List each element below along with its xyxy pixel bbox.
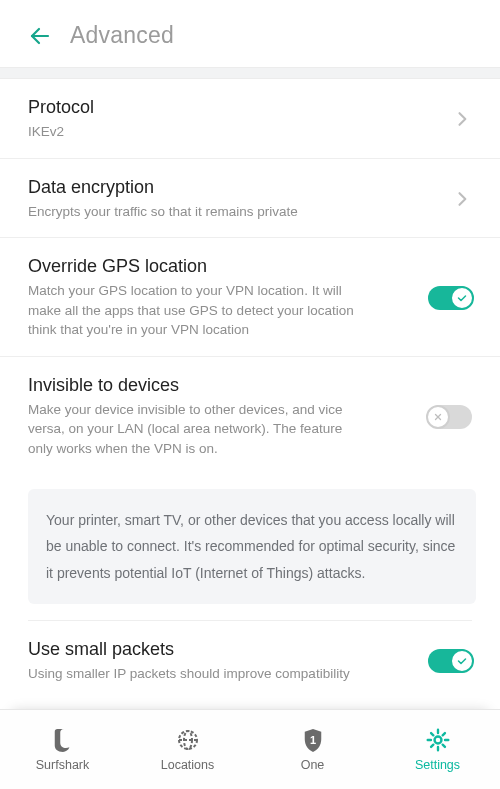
row-title: Override GPS location [28,256,416,277]
nav-one[interactable]: 1 One [250,727,375,772]
chevron-right-icon [452,109,472,129]
divider [0,67,500,79]
back-arrow-icon[interactable] [28,24,52,48]
nav-locations[interactable]: Locations [125,727,250,772]
row-title: Data encryption [28,177,440,198]
bottom-nav: Surfshark Locations 1 One Settings [0,709,500,789]
info-card: Your printer, smart TV, or other devices… [28,489,476,605]
row-desc: Match your GPS location to your VPN loca… [28,281,358,340]
row-desc: Make your device invisible to other devi… [28,400,358,459]
surfshark-icon [52,727,74,753]
row-title: Invisible to devices [28,375,416,396]
nav-settings[interactable]: Settings [375,727,500,772]
settings-list: Protocol IKEv2 Data encryption Encrypts … [0,79,500,709]
globe-icon [176,727,200,753]
row-desc: IKEv2 [28,122,358,142]
page-title: Advanced [70,22,174,49]
toggle-use-small-packets[interactable] [428,649,472,673]
svg-point-7 [434,737,441,744]
row-title: Protocol [28,97,440,118]
nav-label: Surfshark [36,758,90,772]
row-invisible-to-devices: Invisible to devices Make your device in… [0,357,500,475]
toggle-invisible-to-devices[interactable] [428,405,472,429]
nav-label: Locations [161,758,215,772]
gear-icon [425,727,451,753]
row-override-gps: Override GPS location Match your GPS loc… [0,238,500,357]
nav-surfshark[interactable]: Surfshark [0,727,125,772]
shield-icon: 1 [302,727,324,753]
toggle-override-gps[interactable] [428,286,472,310]
row-use-small-packets: Use small packets Using smaller IP packe… [0,621,500,684]
nav-label: One [301,758,325,772]
chevron-right-icon [452,189,472,209]
row-desc: Encrypts your traffic so that it remains… [28,202,358,222]
row-desc: Using smaller IP packets should improve … [28,664,358,682]
row-protocol[interactable]: Protocol IKEv2 [0,79,500,159]
row-title: Use small packets [28,639,416,660]
svg-text:1: 1 [309,734,315,746]
row-data-encryption[interactable]: Data encryption Encrypts your traffic so… [0,159,500,239]
nav-label: Settings [415,758,460,772]
